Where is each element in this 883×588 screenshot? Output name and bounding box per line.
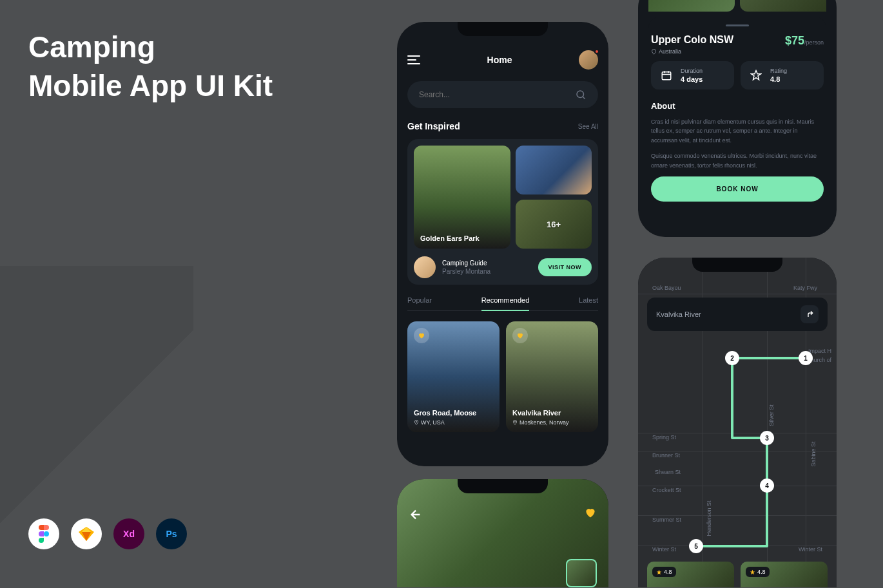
- route-node-2[interactable]: 2: [725, 351, 739, 365]
- street-label: Taylor St: [638, 258, 645, 267]
- inspired-thumb-2[interactable]: 16+: [516, 200, 592, 249]
- notification-dot: [594, 49, 599, 54]
- more-images-count: 16+: [547, 220, 561, 229]
- guide-name: Parsley Montana: [442, 268, 532, 275]
- heart-icon: [516, 332, 524, 339]
- about-paragraph-2: Quisque commodo venenatis ultrices. Morb…: [651, 151, 824, 170]
- route-button[interactable]: [801, 305, 819, 323]
- svg-rect-4: [662, 72, 671, 80]
- calendar-icon: [659, 68, 674, 83]
- svg-point-1: [577, 91, 584, 98]
- svg-point-0: [44, 531, 49, 536]
- phone-notch: [458, 22, 548, 36]
- map-card-2[interactable]: 4.8: [741, 562, 828, 587]
- duration-stat: Duration 4 days: [651, 61, 734, 90]
- photoshop-badge: Ps: [156, 518, 187, 549]
- recommended-location-1: WY, USA: [414, 419, 493, 426]
- recommended-grid: Gros Road, Moose WY, USA Kvalvika River …: [407, 321, 598, 432]
- price-unit: /person: [804, 39, 824, 46]
- menu-icon[interactable]: [407, 55, 420, 64]
- destination-name: Upper Colo NSW: [651, 34, 733, 46]
- pin-icon: [651, 49, 657, 55]
- recommended-title-1: Gros Road, Moose: [414, 409, 493, 417]
- inspired-card: Golden Ears Park 16+ Camping Guide Parsl…: [407, 139, 598, 285]
- svg-point-2: [416, 421, 416, 422]
- map-result-cards: 4.8 4.8: [647, 562, 828, 587]
- detail-hero-images: [648, 0, 826, 17]
- favorite-button[interactable]: [584, 506, 597, 522]
- guide-row: Camping Guide Parsley Montana VISIT NOW: [414, 256, 592, 278]
- inspired-title: Get Inspired: [407, 121, 460, 131]
- rating-value: 4.8: [770, 75, 787, 83]
- recommended-location-2: Moskenes, Norway: [512, 419, 592, 426]
- promo-line-1: Camping: [28, 28, 273, 67]
- route-node-5[interactable]: 5: [689, 539, 703, 553]
- phone-notch: [692, 258, 782, 272]
- about-heading: About: [651, 101, 824, 111]
- detail-image-2[interactable]: [740, 0, 826, 12]
- tab-latest[interactable]: Latest: [579, 296, 598, 310]
- visit-now-button[interactable]: VISIT NOW: [538, 258, 592, 276]
- route-node-1[interactable]: 1: [799, 351, 813, 365]
- phone-notch: [458, 479, 548, 493]
- rating-label: Rating: [770, 68, 787, 74]
- thumbnail-preview[interactable]: [566, 559, 597, 587]
- sketch-badge: [71, 518, 102, 549]
- duration-label: Duration: [681, 68, 703, 74]
- back-arrow-icon[interactable]: [409, 507, 423, 522]
- inspired-main-image[interactable]: Golden Ears Park: [414, 146, 510, 249]
- destination-country: Australia: [651, 48, 733, 55]
- map-search-bar[interactable]: Kvalvika River: [647, 298, 828, 331]
- rating-stat: Rating 4.8: [741, 61, 824, 90]
- route-node-4[interactable]: 4: [760, 479, 774, 493]
- guide-role: Camping Guide: [442, 260, 532, 267]
- page-title: Home: [487, 55, 512, 65]
- pin-icon: [512, 420, 518, 425]
- star-icon: [656, 569, 662, 575]
- see-all-link[interactable]: See All: [578, 123, 598, 130]
- search-bar[interactable]: [407, 81, 598, 108]
- category-tabs: Popular Recommended Latest: [407, 296, 598, 311]
- heart-icon: [418, 332, 425, 339]
- pin-icon: [414, 420, 419, 425]
- tab-popular[interactable]: Popular: [407, 296, 432, 310]
- book-now-button[interactable]: BOOK NOW: [651, 176, 824, 202]
- map-card-1[interactable]: 4.8: [647, 562, 734, 587]
- hero-image: [397, 479, 608, 587]
- route-node-3[interactable]: 3: [760, 431, 774, 445]
- favorite-button[interactable]: [414, 328, 429, 343]
- detail-screen: Upper Colo NSW Australia $75/person Dura…: [638, 0, 837, 237]
- inspired-thumb-1[interactable]: [516, 146, 592, 194]
- promo-line-2: Mobile App UI Kit: [28, 67, 273, 106]
- guide-avatar[interactable]: [414, 256, 436, 278]
- map-view[interactable]: Taylor St Oak Bayou Katy Fwy Spring St B…: [638, 258, 837, 587]
- recommended-title-2: Kvalvika River: [512, 409, 592, 417]
- search-input[interactable]: [419, 90, 575, 99]
- favorite-button[interactable]: [512, 328, 528, 343]
- about-paragraph-1: Cras id nisi pulvinar diam elementum cur…: [651, 117, 824, 145]
- svg-point-3: [514, 421, 515, 422]
- duration-value: 4 days: [681, 75, 703, 83]
- promo-title: Camping Mobile App UI Kit: [28, 28, 273, 106]
- recommended-card-1[interactable]: Gros Road, Moose WY, USA: [407, 321, 500, 432]
- map-search-text: Kvalvika River: [656, 310, 701, 318]
- sheet-handle[interactable]: [726, 24, 749, 26]
- profile-avatar[interactable]: [579, 50, 598, 70]
- tool-badges: Xd Ps: [28, 518, 187, 549]
- detail-sheet: Upper Colo NSW Australia $75/person Dura…: [648, 17, 826, 202]
- arrow-turn-icon: [804, 309, 815, 319]
- home-screen: Home Get Inspired See All Golden Ears Pa…: [397, 22, 608, 466]
- rating-badge: 4.8: [652, 567, 676, 577]
- detail-image-1[interactable]: [648, 0, 735, 12]
- star-icon: [748, 68, 764, 83]
- rating-badge: 4.8: [746, 567, 770, 577]
- recommended-card-2[interactable]: Kvalvika River Moskenes, Norway: [506, 321, 598, 432]
- home-header: Home: [407, 50, 598, 70]
- xd-badge: Xd: [113, 518, 144, 549]
- image-detail-screen: [397, 479, 608, 587]
- tab-recommended[interactable]: Recommended: [481, 296, 530, 310]
- inspired-image-grid: Golden Ears Park 16+: [414, 146, 592, 249]
- inspired-main-title: Golden Ears Park: [420, 234, 480, 242]
- search-icon: [575, 89, 587, 100]
- stats-row: Duration 4 days Rating 4.8: [651, 61, 824, 90]
